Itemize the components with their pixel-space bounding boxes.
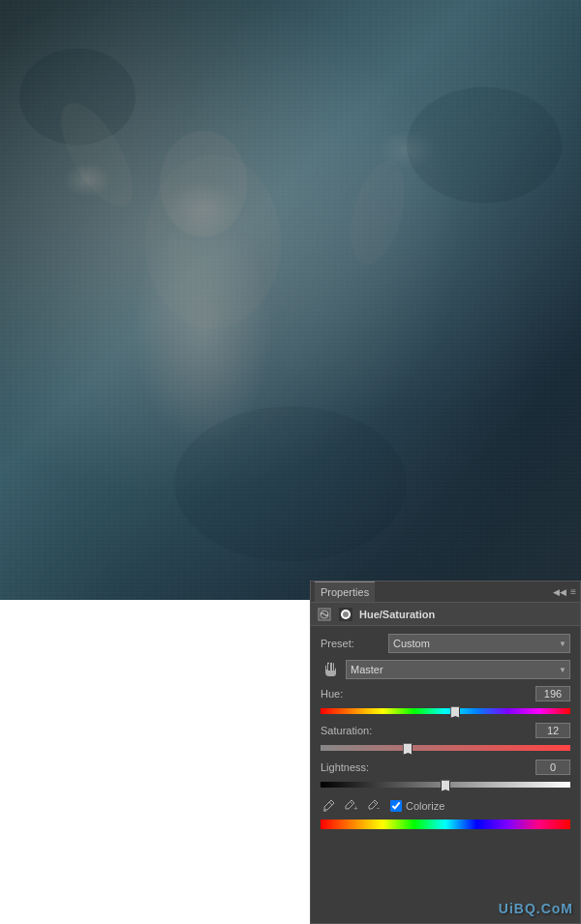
preset-label: Preset: (321, 638, 388, 649)
svg-line-14 (329, 802, 332, 805)
colorize-text: Colorize (406, 800, 444, 812)
saturation-section: Saturation: 12 (321, 723, 570, 756)
lightness-header: Lightness: 0 (321, 760, 570, 775)
lightness-label: Lightness: (321, 761, 369, 773)
colorize-checkbox-label[interactable]: Colorize (390, 800, 444, 812)
preset-select[interactable]: Custom Default Old Style (388, 634, 570, 653)
mask-svg (339, 608, 352, 621)
saturation-thumb[interactable] (403, 741, 413, 755)
properties-tab-label[interactable]: Properties (315, 581, 375, 602)
panel-content: Preset: Custom Default Old Style Master … (311, 626, 580, 837)
panel-tab[interactable]: Properties (315, 581, 375, 602)
lightness-value-input[interactable]: 0 (535, 760, 570, 775)
photo-background (0, 0, 581, 600)
eyedropper-minus-svg: - (368, 799, 382, 813)
hue-section: Hue: 196 (321, 686, 570, 719)
lightness-thumb[interactable] (441, 778, 450, 791)
eyedropper-minus-icon[interactable]: - (367, 798, 382, 814)
panel-menu-button[interactable]: ≡ (570, 586, 576, 597)
mask-icon[interactable] (338, 607, 353, 622)
channel-row: Master Reds Yellows Greens Cyans Blues M… (321, 659, 570, 680)
hue-thumb[interactable] (450, 704, 460, 718)
adjustment-layer-icon (317, 607, 332, 622)
colorize-row: + - Colorize (321, 798, 570, 814)
lightness-section: Lightness: 0 (321, 760, 570, 792)
saturation-label: Saturation: (321, 725, 372, 736)
watermark: UiBQ.CoM (499, 901, 573, 916)
hue-value-input[interactable]: 196 (535, 686, 570, 701)
lightness-slider-container[interactable] (321, 777, 570, 792)
svg-point-2 (407, 87, 562, 203)
hue-track (321, 708, 570, 714)
spectrum-bar (321, 820, 570, 829)
photo-svg (0, 0, 581, 600)
svg-line-18 (373, 801, 376, 804)
hand-svg (322, 661, 340, 678)
properties-panel: Properties ◀◀ ≡ Hue/Saturation (310, 581, 581, 924)
eyedropper-plus-svg: + (345, 799, 358, 813)
hue-slider-container[interactable] (321, 703, 570, 719)
panel-title: Hue/Saturation (359, 609, 435, 620)
main-image-area (0, 0, 581, 600)
hand-tool-icon[interactable] (321, 659, 342, 680)
saturation-header: Saturation: 12 (321, 723, 570, 738)
collapse-icon[interactable]: ◀◀ (553, 587, 566, 597)
colorize-checkbox[interactable] (390, 800, 402, 812)
saturation-slider-container[interactable] (321, 740, 570, 756)
saturation-track (321, 745, 570, 751)
svg-point-5 (160, 131, 247, 237)
panel-title-bar: Hue/Saturation (311, 603, 580, 626)
svg-rect-15 (323, 809, 326, 812)
eyedropper-plus-icon[interactable]: + (344, 798, 359, 814)
panel-header: Properties ◀◀ ≡ (311, 581, 580, 603)
svg-text:+: + (353, 804, 358, 813)
channel-select[interactable]: Master Reds Yellows Greens Cyans Blues M… (346, 660, 570, 679)
eyedropper-icon[interactable] (321, 798, 336, 814)
hue-sat-icon (318, 608, 331, 621)
preset-select-wrapper[interactable]: Custom Default Old Style (388, 634, 570, 653)
lightness-track (321, 782, 570, 788)
hue-header: Hue: 196 (321, 686, 570, 701)
svg-line-16 (350, 801, 352, 804)
svg-text:-: - (377, 803, 380, 813)
preset-row: Preset: Custom Default Old Style (321, 634, 570, 653)
svg-point-13 (343, 611, 349, 617)
eyedropper-svg (321, 799, 335, 813)
hue-label: Hue: (321, 688, 343, 700)
white-canvas-area (0, 600, 310, 924)
svg-point-7 (341, 155, 415, 270)
svg-point-3 (174, 406, 407, 561)
panel-controls: ◀◀ ≡ (553, 586, 576, 597)
saturation-value-input[interactable]: 12 (535, 723, 570, 738)
channel-select-wrapper[interactable]: Master Reds Yellows Greens Cyans Blues M… (346, 660, 570, 679)
